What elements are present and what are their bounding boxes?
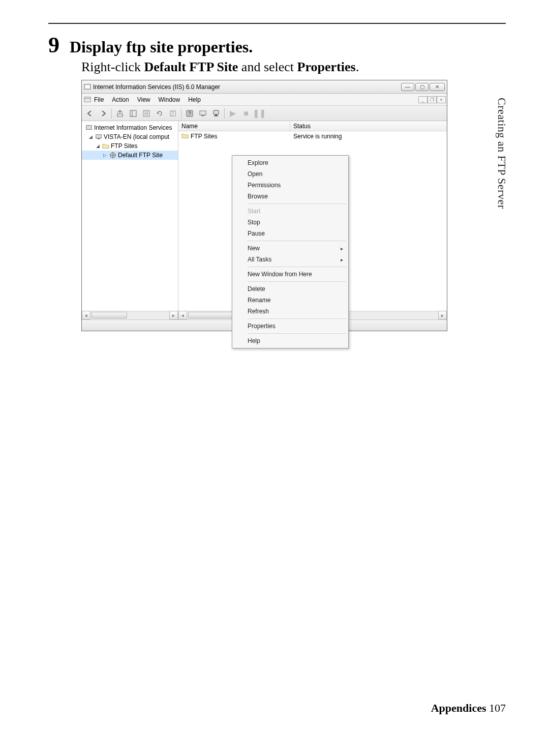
- svg-rect-17: [214, 115, 218, 117]
- expand-icon[interactable]: ▷: [102, 153, 108, 158]
- footer-label: Appendices: [431, 702, 486, 714]
- ctx-properties[interactable]: Properties: [233, 321, 347, 332]
- ctx-all-tasks[interactable]: All Tasks: [233, 254, 347, 265]
- ctx-stop[interactable]: Stop: [233, 217, 347, 228]
- menu-window[interactable]: Window: [159, 96, 180, 103]
- window-title: Internet Information Services (IIS) 6.0 …: [93, 83, 401, 91]
- scroll-track[interactable]: [90, 311, 169, 319]
- properties-button[interactable]: [140, 108, 152, 119]
- ctx-start[interactable]: Start: [233, 206, 347, 217]
- show-hide-tree-button[interactable]: [127, 108, 139, 119]
- site-icon: [109, 152, 116, 159]
- column-status[interactable]: Status: [290, 121, 447, 131]
- ctx-separator: [248, 318, 346, 319]
- menu-view[interactable]: View: [137, 96, 150, 103]
- scroll-left-button[interactable]: ◂: [178, 311, 187, 319]
- ctx-pause[interactable]: Pause: [233, 228, 347, 239]
- tree-ftp-sites-label: FTP Sites: [111, 142, 137, 150]
- svg-rect-13: [200, 111, 206, 115]
- app-icon: [84, 83, 91, 91]
- computer-icon: [95, 133, 102, 140]
- connect-button[interactable]: [197, 108, 209, 119]
- ctx-new-window[interactable]: New Window from Here: [233, 269, 347, 280]
- tree-default-ftp-site[interactable]: ▷ Default FTP Site: [82, 151, 178, 160]
- menu-help[interactable]: Help: [188, 96, 201, 103]
- svg-rect-2: [84, 97, 90, 102]
- context-menu: Explore Open Permissions Browse Start St…: [232, 155, 349, 348]
- iis-manager-window: Internet Information Services (IIS) 6.0 …: [81, 80, 447, 331]
- computer-button[interactable]: [210, 108, 222, 119]
- step-description: Right-click Default FTP Site and select …: [81, 60, 506, 75]
- services-icon: [85, 124, 93, 131]
- tree-computer-label: VISTA-EN (local comput: [104, 133, 169, 140]
- play-button[interactable]: ▶: [227, 108, 239, 119]
- menu-action[interactable]: Action: [112, 96, 129, 103]
- child-minimize-button[interactable]: _: [418, 96, 428, 103]
- svg-rect-19: [96, 135, 102, 138]
- tree-computer[interactable]: ◢ VISTA-EN (local comput: [82, 132, 178, 141]
- child-close-button[interactable]: ×: [437, 96, 446, 103]
- scroll-left-button[interactable]: ◂: [82, 311, 90, 319]
- tree-pane[interactable]: Internet Information Services ◢ VISTA-EN…: [82, 121, 178, 319]
- svg-rect-4: [130, 110, 136, 117]
- ctx-help[interactable]: Help: [233, 335, 347, 346]
- back-button[interactable]: [84, 108, 96, 119]
- menubar: File Action View Window Help _ ❐ ×: [82, 94, 447, 106]
- separator-icon: [111, 108, 112, 119]
- pause-button[interactable]: ❚❚: [253, 108, 265, 119]
- help-button[interactable]: ?: [184, 108, 196, 119]
- svg-rect-15: [214, 110, 219, 114]
- tree-root[interactable]: Internet Information Services: [82, 123, 178, 132]
- collapse-icon[interactable]: ◢: [95, 143, 101, 149]
- minimize-button[interactable]: —: [401, 83, 414, 91]
- menu-file[interactable]: File: [94, 96, 104, 103]
- statusbar-cell: [343, 320, 447, 331]
- up-level-button[interactable]: [114, 108, 126, 119]
- svg-text:?: ?: [188, 111, 191, 117]
- step-title: Display ftp site properties.: [70, 38, 253, 56]
- scroll-thumb[interactable]: [92, 312, 127, 318]
- maximize-button[interactable]: ▢: [415, 83, 429, 91]
- titlebar[interactable]: Internet Information Services (IIS) 6.0 …: [82, 80, 447, 94]
- forward-button[interactable]: [97, 108, 109, 119]
- row-name: FTP Sites: [191, 133, 217, 140]
- svg-rect-1: [85, 85, 90, 88]
- ctx-browse[interactable]: Browse: [233, 191, 347, 202]
- list-pane[interactable]: Name Status FTP Sites Service is running…: [178, 121, 447, 319]
- svg-rect-16: [215, 114, 217, 115]
- close-button[interactable]: ✕: [430, 83, 445, 91]
- collapse-icon[interactable]: ◢: [88, 134, 94, 139]
- ctx-explore[interactable]: Explore: [233, 157, 347, 168]
- folder-icon: [102, 142, 109, 150]
- ctx-refresh[interactable]: Refresh: [233, 306, 347, 317]
- scroll-right-button[interactable]: ▸: [169, 311, 178, 319]
- ctx-permissions[interactable]: Permissions: [233, 180, 347, 191]
- page-number: 107: [489, 702, 506, 714]
- refresh-button[interactable]: [154, 108, 166, 119]
- export-list-button[interactable]: [167, 108, 179, 119]
- column-name[interactable]: Name: [178, 121, 290, 131]
- tree-root-label: Internet Information Services: [94, 124, 172, 131]
- list-row[interactable]: FTP Sites Service is running: [178, 131, 447, 141]
- scroll-right-button[interactable]: ▸: [438, 311, 447, 319]
- ctx-rename[interactable]: Rename: [233, 295, 347, 306]
- ctx-new[interactable]: New: [233, 243, 347, 254]
- separator-icon: [224, 108, 225, 119]
- toolbar: ? ▶ ■ ❚❚: [82, 106, 447, 121]
- section-sidebar-label: Creating an FTP Server: [495, 98, 508, 209]
- row-status: Service is running: [290, 131, 447, 141]
- ctx-open[interactable]: Open: [233, 168, 347, 180]
- ctx-separator: [248, 267, 346, 267]
- tree-ftp-sites[interactable]: ◢ FTP Sites: [82, 141, 178, 151]
- list-header: Name Status: [178, 121, 447, 131]
- tree-default-ftp-site-label: Default FTP Site: [118, 152, 163, 159]
- stop-button[interactable]: ■: [240, 108, 252, 119]
- ctx-delete[interactable]: Delete: [233, 283, 347, 295]
- ctx-separator: [248, 203, 346, 204]
- svg-rect-14: [201, 115, 204, 116]
- page-footer: Appendices 107: [431, 702, 506, 715]
- separator-icon: [181, 108, 181, 119]
- child-restore-button[interactable]: ❐: [428, 96, 437, 103]
- ctx-separator: [248, 333, 346, 334]
- ctx-separator: [248, 281, 346, 282]
